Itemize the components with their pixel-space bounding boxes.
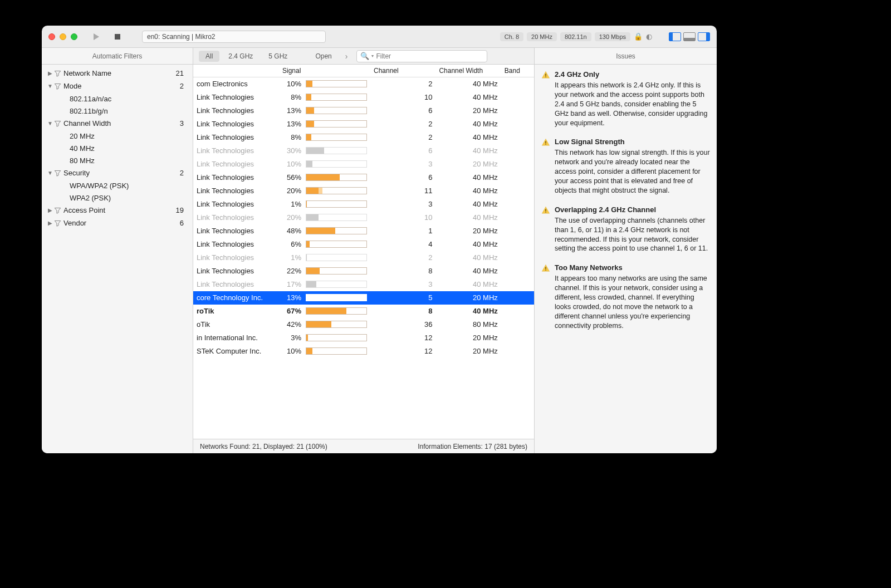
cell-channel-width: 40 MHz: [435, 211, 501, 224]
warning-icon: [541, 138, 550, 147]
toggle-right-panel[interactable]: [698, 32, 710, 41]
search-menu-caret[interactable]: ▾: [371, 53, 374, 58]
cell-vendor: Link Technologies: [193, 238, 279, 251]
table-row[interactable]: Link Technologies20%1040 MHz: [193, 211, 534, 224]
status-left: Networks Found: 21, Displayed: 21 (100%): [200, 443, 327, 450]
filter-24ghz[interactable]: 2.4 GHz: [222, 51, 260, 62]
start-scan-button[interactable]: [89, 31, 104, 42]
issue-item[interactable]: Too Many NetworksIt appears too many net…: [541, 263, 710, 330]
networks-table: Signal Channel Channel Width Band com El…: [193, 65, 534, 358]
globe-icon: ◐: [646, 32, 652, 41]
cell-band: [501, 305, 534, 318]
table-row[interactable]: Link Technologies13%240 MHz: [193, 117, 534, 131]
col-vendor[interactable]: [193, 65, 279, 77]
col-signal[interactable]: Signal: [279, 65, 370, 77]
search-input[interactable]: [376, 52, 483, 60]
table-row[interactable]: Link Technologies1%240 MHz: [193, 251, 534, 264]
cell-band: [501, 238, 534, 251]
sidebar-child-item[interactable]: 802.11b/g/n: [45, 105, 189, 117]
table-row[interactable]: Link Technologies30%640 MHz: [193, 144, 534, 158]
issue-item[interactable]: 2.4 GHz OnlyIt appears this network is 2…: [541, 70, 710, 128]
table-row[interactable]: Link Technologies8%240 MHz: [193, 131, 534, 144]
issue-item[interactable]: Overlapping 2.4 GHz ChannelThe use of ov…: [541, 205, 710, 254]
sidebar-item-count: 21: [176, 69, 184, 77]
cell-signal: 17%: [279, 278, 370, 291]
warning-icon: [541, 206, 550, 215]
sidebar-child-item[interactable]: 802.11a/n/ac: [45, 92, 189, 105]
sidebar-item[interactable]: ▼Mode2: [45, 80, 189, 92]
sidebar-child-item[interactable]: WPA2 (PSK): [45, 192, 189, 204]
cell-channel-width: 40 MHz: [435, 278, 501, 291]
cell-band: [501, 104, 534, 117]
col-band[interactable]: Band: [501, 65, 534, 77]
col-channel-width[interactable]: Channel Width: [435, 65, 501, 77]
sidebar-child-item[interactable]: WPA/WPA2 (PSK): [45, 179, 189, 192]
issues-panel: Issues 2.4 GHz OnlyIt appears this netwo…: [534, 48, 717, 453]
disclosure-icon[interactable]: ▶: [46, 70, 54, 76]
table-row[interactable]: in International Inc.3%1220 MHz: [193, 331, 534, 345]
filter-open[interactable]: Open: [309, 51, 338, 62]
sidebar-child-item[interactable]: 40 MHz: [45, 142, 189, 154]
table-row[interactable]: Link Technologies8%1040 MHz: [193, 91, 534, 104]
funnel-icon: [54, 220, 61, 227]
signal-bar: [306, 107, 367, 114]
table-row[interactable]: Link Technologies22%840 MHz: [193, 264, 534, 278]
table-row[interactable]: Link Technologies17%340 MHz: [193, 278, 534, 291]
sidebar-item-count: 3: [180, 119, 184, 128]
table-row[interactable]: Link Technologies6%440 MHz: [193, 238, 534, 251]
disclosure-icon[interactable]: ▼: [46, 83, 54, 89]
search-field[interactable]: 🔍 ▾: [356, 50, 487, 62]
issue-body: It appears too many networks are using t…: [555, 274, 710, 330]
table-row[interactable]: STeK Computer Inc.10%1220 MHz: [193, 345, 534, 358]
toggle-bottom-panel[interactable]: [683, 32, 696, 41]
filter-all[interactable]: All: [199, 51, 219, 62]
table-row[interactable]: Link Technologies56%640 MHz: [193, 171, 534, 184]
table-row[interactable]: Link Technologies20%1140 MHz: [193, 184, 534, 198]
cell-signal: 30%: [279, 144, 370, 158]
disclosure-icon[interactable]: ▼: [46, 170, 54, 176]
disclosure-icon[interactable]: ▶: [46, 207, 54, 213]
cell-signal: 13%: [279, 291, 370, 305]
cell-vendor: Link Technologies: [193, 278, 279, 291]
table-row[interactable]: Link Technologies1%340 MHz: [193, 198, 534, 211]
chip-mode: 802.11n: [560, 32, 591, 41]
filter-5ghz[interactable]: 5 GHz: [262, 51, 294, 62]
sidebar-item-label: Channel Width: [63, 119, 180, 128]
issue-title: 2.4 GHz Only: [555, 70, 710, 79]
close-button[interactable]: [48, 33, 55, 40]
cell-vendor: Link Technologies: [193, 211, 279, 224]
play-icon: [94, 33, 99, 40]
disclosure-icon[interactable]: ▶: [46, 220, 54, 226]
sidebar-item[interactable]: ▼Security2: [45, 166, 189, 179]
warning-icon: [541, 71, 550, 80]
table-row[interactable]: core Technology Inc.13%520 MHz: [193, 291, 534, 305]
svg-rect-3: [545, 144, 546, 145]
sidebar-item[interactable]: ▼Channel Width3: [45, 117, 189, 130]
chevron-right-icon[interactable]: ›: [342, 52, 351, 61]
cell-signal: 13%: [279, 104, 370, 117]
issue-item[interactable]: Low Signal StrengthThis network has low …: [541, 138, 710, 195]
stop-scan-button[interactable]: [110, 31, 125, 42]
table-row[interactable]: Link Technologies48%120 MHz: [193, 224, 534, 238]
sidebar-child-item[interactable]: 20 MHz: [45, 130, 189, 142]
sidebar-item[interactable]: ▶Vendor6: [45, 217, 189, 229]
disclosure-icon[interactable]: ▼: [46, 120, 54, 126]
toggle-left-panel[interactable]: [669, 32, 681, 41]
minimize-button[interactable]: [60, 33, 66, 40]
warning-icon: [541, 264, 550, 273]
funnel-icon: [54, 170, 61, 177]
table-row[interactable]: com Electronics10%240 MHz: [193, 77, 534, 91]
table-row[interactable]: oTik42%3680 MHz: [193, 318, 534, 331]
cell-channel: 3: [370, 158, 435, 171]
col-channel[interactable]: Channel: [370, 65, 435, 77]
sidebar-item[interactable]: ▶Network Name21: [45, 67, 189, 80]
maximize-button[interactable]: [71, 33, 77, 40]
sidebar-child-item[interactable]: 80 MHz: [45, 154, 189, 166]
table-row[interactable]: Link Technologies13%620 MHz: [193, 104, 534, 117]
table-row[interactable]: Link Technologies10%320 MHz: [193, 158, 534, 171]
table-row[interactable]: roTik67%840 MHz: [193, 305, 534, 318]
signal-bar: [306, 94, 367, 101]
svg-rect-7: [545, 270, 546, 271]
sidebar-item[interactable]: ▶Access Point19: [45, 204, 189, 217]
cell-signal: 8%: [279, 91, 370, 104]
